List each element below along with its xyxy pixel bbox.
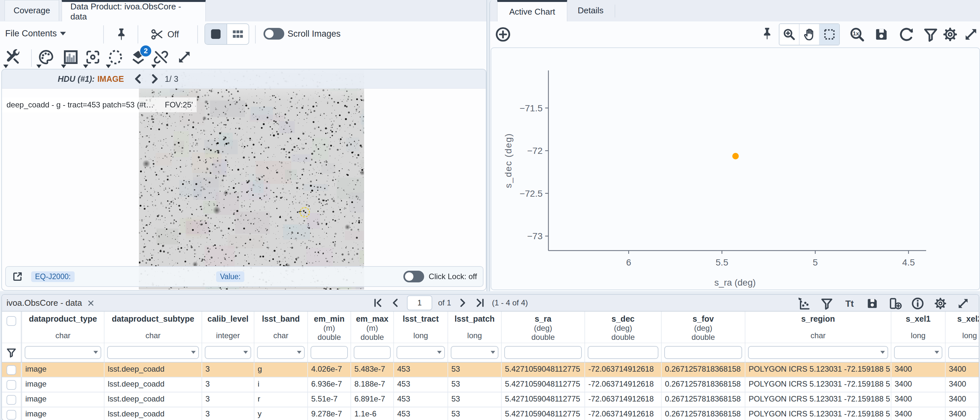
filter-input-s_region[interactable] xyxy=(748,346,888,359)
table-row[interactable]: imagelsst.deep_coadd3i6.936e-78.188e-745… xyxy=(2,377,979,392)
data-point[interactable] xyxy=(732,153,739,159)
column-header-s_dec[interactable]: s_dec(deg)double xyxy=(585,312,662,343)
scatter-plot[interactable]: 65.554.5−71.5−72−72.5−73s_ra (deg)s_dec … xyxy=(491,48,978,288)
select-mode-button[interactable] xyxy=(819,24,839,45)
row-checkbox[interactable] xyxy=(6,395,16,405)
filter-input-s_xel2[interactable] xyxy=(948,346,979,359)
filter-input-dataproduct_subtype[interactable] xyxy=(107,346,199,359)
file-contents-dropdown[interactable]: File Contents xyxy=(5,29,66,39)
zoom-mode-button[interactable] xyxy=(780,24,799,45)
chevron-down-icon xyxy=(151,65,156,68)
unlink-wcs-button[interactable] xyxy=(153,49,169,65)
column-header-em_max[interactable]: em_max(m)double xyxy=(351,312,394,343)
column-header-lsst_band[interactable]: lsst_bandchar xyxy=(255,312,308,343)
table-filter-row xyxy=(2,343,979,363)
column-header-dataproduct_subtype[interactable]: dataproduct_subtypechar xyxy=(105,312,202,343)
filter-input-s_fov[interactable] xyxy=(664,346,742,359)
page-next-button[interactable] xyxy=(457,297,469,309)
scroll-images-toggle[interactable] xyxy=(264,28,284,40)
click-lock-toggle[interactable] xyxy=(403,271,424,282)
add-chart-button[interactable] xyxy=(495,26,511,43)
save-chart-button[interactable] xyxy=(873,26,890,43)
column-header-s_xel2[interactable]: s_xel2long xyxy=(946,312,979,343)
filter-chart-button[interactable] xyxy=(922,26,939,43)
image-viewport[interactable]: HDU (#1): IMAGE 1/ 3 deep_coadd - g - tr… xyxy=(1,69,487,291)
save-table-button[interactable] xyxy=(865,296,880,310)
filter-input-s_dec[interactable] xyxy=(588,346,659,359)
column-header-s_region[interactable]: s_regionchar xyxy=(745,312,891,343)
filter-icon[interactable] xyxy=(6,347,17,358)
column-header-s_ra[interactable]: s_ra(deg)double xyxy=(502,312,585,343)
table-info-button[interactable] xyxy=(910,296,925,310)
expand-image-button[interactable] xyxy=(176,49,193,65)
select-all-checkbox[interactable] xyxy=(6,316,16,326)
restore-chart-button[interactable] xyxy=(898,26,915,43)
single-view-button[interactable] xyxy=(205,24,227,44)
pin-button[interactable] xyxy=(114,27,129,41)
chart-settings-button[interactable] xyxy=(942,26,959,43)
add-column-button[interactable] xyxy=(888,296,902,310)
hdu-next-button[interactable] xyxy=(149,73,160,85)
row-checkbox[interactable] xyxy=(6,365,16,375)
filter-input-s_xel1[interactable] xyxy=(894,346,942,359)
stretch-histogram-button[interactable] xyxy=(62,49,79,65)
crop-state-label: Off xyxy=(167,30,179,40)
column-header-calib_level[interactable]: calib_levelinteger xyxy=(202,312,255,343)
histogram-icon xyxy=(62,49,79,65)
external-link-icon[interactable] xyxy=(12,271,23,282)
filter-input-em_max[interactable] xyxy=(354,346,391,359)
pin-chart-button[interactable] xyxy=(760,27,774,41)
column-header-s_fov[interactable]: s_fov(deg)double xyxy=(662,312,745,343)
svg-text:s_dec (deg): s_dec (deg) xyxy=(503,133,513,188)
filter-input-em_min[interactable] xyxy=(310,346,348,359)
tab-details[interactable]: Details xyxy=(568,0,613,21)
column-header-lsst_tract[interactable]: lsst_tractlong xyxy=(394,312,448,343)
table-cell: 453 xyxy=(394,377,448,392)
row-checkbox[interactable] xyxy=(6,410,16,420)
crop-button[interactable]: Off xyxy=(150,27,179,41)
page-last-button[interactable] xyxy=(474,297,486,309)
image-status-bar: EQ-J2000: Value: Click Lock: off xyxy=(5,266,484,287)
column-header-s_xel1[interactable]: s_xel1long xyxy=(891,312,946,343)
filter-input-calib_level[interactable] xyxy=(205,346,251,359)
recenter-button[interactable] xyxy=(84,49,101,65)
layers-button[interactable]: 2 xyxy=(130,49,147,65)
filter-input-s_ra[interactable] xyxy=(504,346,582,359)
image-tools-button[interactable] xyxy=(5,49,21,65)
filter-input-lsst_patch[interactable] xyxy=(451,346,498,359)
tab-data-product[interactable]: Data Product: ivoa.ObsCore - data xyxy=(62,0,206,21)
text-view-button[interactable] xyxy=(842,296,857,310)
page-prev-button[interactable] xyxy=(390,297,401,309)
column-header-lsst_patch[interactable]: lsst_patchlong xyxy=(448,312,502,343)
select-region-button[interactable] xyxy=(107,49,124,65)
page-first-button[interactable] xyxy=(372,297,383,309)
show-chart-button[interactable] xyxy=(797,296,811,310)
tab-active-chart[interactable]: Active Chart xyxy=(497,0,567,21)
page-number-input[interactable] xyxy=(407,295,432,310)
column-type: char xyxy=(145,331,161,340)
zoom-original-button[interactable] xyxy=(849,26,865,43)
table-header-row: dataproduct_typechardataproduct_subtypec… xyxy=(2,312,979,343)
table-settings-button[interactable] xyxy=(933,296,948,310)
close-icon[interactable] xyxy=(87,299,95,307)
tab-coverage[interactable]: Coverage xyxy=(5,0,59,21)
filter-table-button[interactable] xyxy=(820,296,834,310)
table-row[interactable]: imagelsst.deep_coadd3g4.026e-75.483e-745… xyxy=(2,363,979,377)
table-cell: 1.1e-6 xyxy=(351,407,394,420)
hdu-prev-button[interactable] xyxy=(132,73,144,85)
filter-input-dataproduct_type[interactable] xyxy=(25,346,101,359)
column-header-em_min[interactable]: em_min(m)double xyxy=(308,312,351,343)
column-header-dataproduct_type[interactable]: dataproduct_typechar xyxy=(22,312,105,343)
color-palette-button[interactable] xyxy=(38,49,54,65)
table-row[interactable]: imagelsst.deep_coadd3y9.278e-71.1e-64535… xyxy=(2,407,979,420)
grid-view-button[interactable] xyxy=(227,24,248,44)
pan-mode-button[interactable] xyxy=(799,24,819,45)
expand-chart-button[interactable] xyxy=(963,26,979,43)
expand-table-button[interactable] xyxy=(956,296,970,310)
row-checkbox[interactable] xyxy=(6,380,16,390)
filter-input-lsst_band[interactable] xyxy=(257,346,305,359)
filter-input-lsst_tract[interactable] xyxy=(396,346,445,359)
table-tab[interactable]: ivoa.ObsCore - data xyxy=(6,298,95,308)
table-row[interactable]: imagelsst.deep_coadd3r5.51e-76.891e-7453… xyxy=(2,392,979,407)
chevron-down-icon xyxy=(297,351,301,354)
